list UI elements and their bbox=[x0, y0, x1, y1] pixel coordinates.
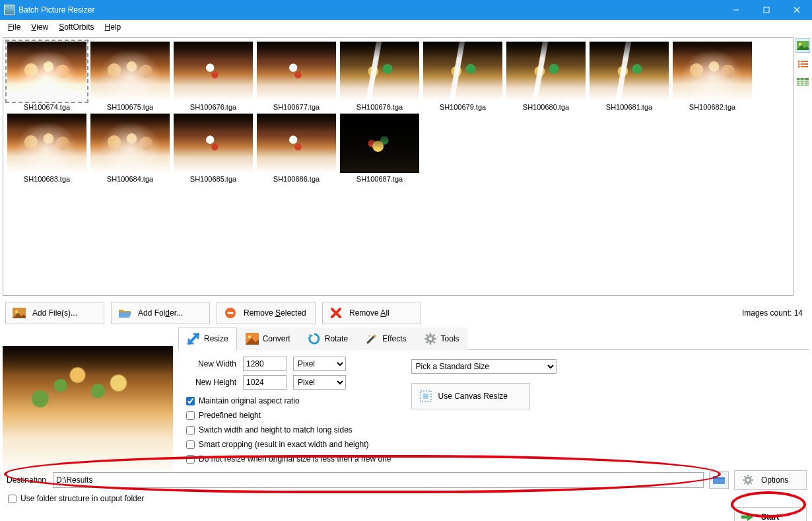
thumbnail-item[interactable]: SH100685.tga bbox=[174, 114, 253, 183]
maximize-button[interactable] bbox=[751, 0, 782, 20]
thumbnail-item[interactable]: SH100687.tga bbox=[340, 114, 419, 183]
thumbnail-label: SH100686.tga bbox=[273, 175, 320, 183]
thumbnail-item[interactable]: SH100686.tga bbox=[257, 114, 336, 183]
thumbnail-image bbox=[174, 114, 253, 173]
remove-icon bbox=[224, 306, 237, 320]
tab-convert[interactable]: Convert bbox=[237, 328, 299, 350]
svg-point-6 bbox=[798, 61, 800, 63]
thumbnail-image bbox=[257, 42, 336, 101]
standard-size-select[interactable]: Pick a Standard Size bbox=[411, 359, 557, 374]
menu-bar: File View SoftOrbits Help bbox=[0, 20, 812, 34]
svg-point-8 bbox=[798, 63, 800, 65]
thumbnail-item[interactable]: SH100678.tga bbox=[340, 42, 419, 111]
start-button[interactable]: Start bbox=[734, 507, 807, 521]
thumbnail-label: SH100682.tga bbox=[689, 103, 735, 111]
tab-resize[interactable]: Resize bbox=[178, 328, 237, 350]
thumbnail-image bbox=[7, 42, 86, 101]
svg-point-10 bbox=[798, 66, 800, 68]
preview-image bbox=[3, 346, 173, 478]
add-files-button[interactable]: Add File(s)... bbox=[5, 302, 104, 324]
thumbnail-image bbox=[340, 114, 419, 173]
add-folder-label: Add Folder... bbox=[138, 308, 183, 318]
options-button[interactable]: Options bbox=[734, 470, 807, 490]
thumbnail-item[interactable]: SH100675.tga bbox=[90, 42, 170, 111]
thumbnail-item[interactable]: SH100676.tga bbox=[174, 42, 253, 111]
canvas-resize-button[interactable]: Use Canvas Resize bbox=[411, 383, 530, 409]
thumbnail-label: SH100677.tga bbox=[273, 103, 320, 111]
tab-tools[interactable]: Tools bbox=[415, 328, 468, 350]
remove-selected-button[interactable]: Remove Selected bbox=[217, 302, 316, 324]
menu-help[interactable]: Help bbox=[100, 21, 127, 33]
chk-maintain-aspect[interactable]: Maintain original aspect ratio bbox=[186, 396, 391, 405]
svg-rect-13 bbox=[797, 81, 809, 82]
thumbnail-image bbox=[506, 42, 586, 101]
new-width-label: New Width bbox=[186, 359, 239, 368]
resize-panel: New Width Pixel New Height Pixel Maintai… bbox=[178, 349, 809, 470]
thumbnail-image bbox=[257, 114, 336, 173]
new-width-input[interactable] bbox=[243, 357, 287, 371]
thumbnail-item[interactable]: SH100677.tga bbox=[257, 42, 336, 111]
add-folder-button[interactable]: Add Folder... bbox=[111, 302, 210, 324]
thumbnail-gallery[interactable]: SH100674.tgaSH100675.tgaSH100676.tgaSH10… bbox=[3, 37, 794, 296]
new-height-input[interactable] bbox=[243, 375, 287, 390]
svg-rect-14 bbox=[797, 83, 809, 84]
thumbnail-item[interactable]: SH100683.tga bbox=[7, 114, 86, 183]
chk-smart-cropping[interactable]: Smart cropping (result in exact width an… bbox=[186, 440, 391, 449]
view-details-icon[interactable] bbox=[795, 75, 810, 90]
thumbnail-item[interactable]: SH100674.tga bbox=[7, 42, 86, 111]
remove-selected-label: Remove Selected bbox=[244, 308, 306, 318]
destination-row: Destination Options bbox=[5, 470, 807, 490]
close-button[interactable] bbox=[782, 0, 812, 20]
thumbnail-image bbox=[423, 42, 502, 101]
window-title: Batch Picture Resizer bbox=[18, 5, 721, 15]
tab-effects[interactable]: Effects bbox=[356, 328, 415, 350]
thumbnail-item[interactable]: SH100682.tga bbox=[673, 42, 752, 111]
menu-softorbits[interactable]: SoftOrbits bbox=[53, 21, 99, 33]
thumbnail-image bbox=[673, 42, 752, 101]
thumbnail-image bbox=[7, 114, 86, 173]
thumbnail-label: SH100681.tga bbox=[606, 103, 652, 111]
svg-line-34 bbox=[433, 335, 434, 336]
svg-line-45 bbox=[751, 483, 752, 484]
chk-no-resize-smaller[interactable]: Do not resize when original size is less… bbox=[186, 454, 391, 464]
width-unit-select[interactable]: Pixel bbox=[293, 357, 346, 371]
tools-icon bbox=[424, 332, 437, 345]
destination-input[interactable] bbox=[53, 472, 704, 488]
view-list-icon[interactable] bbox=[795, 57, 810, 71]
thumbnail-label: SH100678.tga bbox=[356, 103, 403, 111]
svg-point-25 bbox=[248, 335, 250, 338]
thumbnail-item[interactable]: SH100680.tga bbox=[506, 42, 586, 111]
chk-predefined-height[interactable]: Predefined height bbox=[186, 411, 391, 420]
menu-view[interactable]: View bbox=[26, 21, 53, 33]
chk-switch-wh[interactable]: Switch width and height to match long si… bbox=[186, 425, 391, 434]
svg-line-35 bbox=[426, 342, 427, 343]
thumbnail-label: SH100675.tga bbox=[107, 103, 153, 111]
add-files-label: Add File(s)... bbox=[32, 308, 77, 318]
menu-file[interactable]: File bbox=[3, 21, 26, 33]
effects-icon bbox=[365, 332, 378, 345]
svg-line-44 bbox=[744, 476, 745, 477]
thumbnail-label: SH100680.tga bbox=[523, 103, 569, 111]
thumbnail-item[interactable]: SH100681.tga bbox=[590, 42, 669, 111]
thumbnail-label: SH100679.tga bbox=[440, 103, 486, 111]
delete-all-icon bbox=[329, 306, 343, 320]
svg-rect-9 bbox=[801, 63, 808, 65]
minimize-button[interactable] bbox=[721, 0, 751, 20]
remove-all-button[interactable]: Remove All bbox=[322, 302, 421, 324]
convert-icon bbox=[246, 332, 259, 345]
chk-folder-structure[interactable]: Use folder structure in output folder bbox=[8, 494, 804, 503]
svg-line-33 bbox=[433, 342, 434, 343]
destination-label: Destination bbox=[5, 475, 48, 485]
resize-icon bbox=[187, 332, 200, 345]
svg-point-19 bbox=[15, 310, 18, 313]
browse-button[interactable] bbox=[709, 471, 729, 489]
thumbnail-label: SH100674.tga bbox=[24, 103, 70, 111]
thumbnail-item[interactable]: SH100684.tga bbox=[90, 114, 170, 183]
play-icon bbox=[741, 510, 755, 521]
svg-line-32 bbox=[426, 335, 427, 336]
svg-rect-7 bbox=[801, 61, 808, 62]
thumbnail-item[interactable]: SH100679.tga bbox=[423, 42, 502, 111]
height-unit-select[interactable]: Pixel bbox=[293, 375, 346, 390]
view-thumbnails-icon[interactable] bbox=[795, 38, 810, 53]
tab-rotate[interactable]: Rotate bbox=[299, 328, 356, 350]
